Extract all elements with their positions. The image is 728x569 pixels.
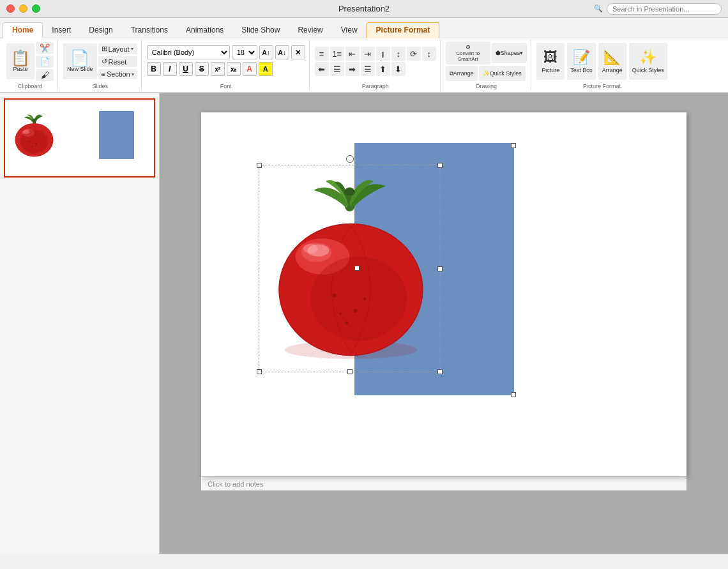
section-dropdown-icon: ▾ (132, 72, 134, 77)
strikethrough-button[interactable]: S (195, 62, 209, 76)
tab-design[interactable]: Design (80, 23, 121, 38)
ribbon-tabs: Home Insert Design Transitions Animation… (0, 18, 728, 38)
ribbon-group-clipboard: 📋 Paste ✂️ 📄 🖌 Clipboard (3, 40, 58, 91)
svg-point-5 (23, 130, 29, 134)
blue-rect-mid-handle[interactable] (354, 266, 360, 271)
blue-rect-bottom-mid-handle[interactable] (511, 392, 516, 397)
handle-top-left[interactable] (257, 163, 262, 168)
tab-review[interactable]: Review (289, 23, 331, 38)
vertical-center-button[interactable]: ⬇ (391, 62, 406, 76)
paste-button[interactable]: 📋 Paste (6, 43, 34, 79)
tab-transitions[interactable]: Transitions (122, 23, 177, 38)
new-slide-button[interactable]: 📄 New Slide (63, 43, 97, 79)
section-button[interactable]: ≡ Section ▾ (98, 69, 137, 79)
shapes-button[interactable]: ⬟ Shapes ▾ (492, 43, 527, 63)
format-painter-button[interactable]: 🖌 (36, 69, 54, 81)
layout-button[interactable]: ⊞ Layout ▾ (98, 43, 137, 54)
rotate-handle[interactable] (346, 155, 354, 163)
tomato-svg (259, 165, 440, 372)
tomato-selection[interactable] (259, 165, 441, 372)
ribbon-toolbar: 📋 Paste ✂️ 📄 🖌 Clipboard 📄 New Slide (0, 38, 728, 93)
new-slide-label: New Slide (67, 66, 93, 72)
quick-styles-button[interactable]: ✨ Quick Styles (479, 66, 526, 81)
increase-font-button[interactable]: A↑ (259, 45, 273, 59)
tab-insert[interactable]: Insert (43, 23, 80, 38)
align-center-button[interactable]: ☰ (330, 62, 344, 76)
reset-icon: ↺ (102, 57, 107, 66)
handle-mid-bottom[interactable] (347, 369, 353, 374)
smart-art-convert-button[interactable]: ⟳ (407, 47, 421, 61)
clear-format-button[interactable]: ✕ (291, 45, 305, 59)
svg-point-19 (354, 309, 358, 313)
arrange-pf-icon: 📐 (603, 49, 621, 66)
styles-icon: ✨ (483, 70, 490, 77)
slide-thumbnail-1[interactable] (4, 98, 155, 178)
paragraph-group-label: Paragraph (362, 82, 389, 89)
tab-home[interactable]: Home (3, 22, 43, 38)
convert-smartart-button[interactable]: ⚙ Convert to SmartArt (446, 42, 490, 64)
blue-rect-top-mid-handle[interactable] (511, 143, 516, 148)
italic-button[interactable]: I (163, 62, 177, 76)
mini-tomato-svg (10, 112, 58, 157)
slide-canvas[interactable] (201, 112, 686, 476)
bold-button[interactable]: B (147, 62, 161, 76)
decrease-indent-button[interactable]: ⇤ (345, 47, 360, 61)
increase-indent-button[interactable]: ⇥ (361, 47, 375, 61)
cut-button[interactable]: ✂️ (36, 42, 54, 54)
subscript-button[interactable]: x₂ (227, 62, 241, 76)
quick-styles-pf-button[interactable]: ✨ Quick Styles (629, 43, 667, 80)
title-bar: Presentation2 🔍 (0, 0, 728, 18)
picture-button[interactable]: 🖼 Picture (536, 43, 565, 80)
arrange-button[interactable]: ⧉ Arrange (446, 66, 478, 81)
line-spacing-button[interactable]: ↕ (422, 47, 436, 61)
underline-button[interactable]: U (179, 62, 193, 76)
align-right-button[interactable]: ➡ (345, 62, 360, 76)
window-title: Presentation2 (338, 4, 390, 13)
tab-view[interactable]: View (332, 23, 367, 38)
columns-button[interactable]: ⫿ (376, 47, 390, 61)
vertical-align-button[interactable]: ⬆ (376, 62, 390, 76)
numbering-button[interactable]: 1≡ (330, 47, 344, 61)
search-input[interactable] (607, 3, 722, 15)
maximize-button[interactable] (32, 4, 40, 13)
font-size-select[interactable]: 18 (232, 45, 257, 59)
tab-picture-format[interactable]: Picture Format (367, 22, 440, 38)
minimize-button[interactable] (19, 4, 27, 13)
font-group-label: Font (220, 82, 232, 89)
tab-slideshow[interactable]: Slide Show (232, 23, 289, 38)
tab-animations[interactable]: Animations (177, 23, 232, 38)
font-format-row: B I U S x² x₂ A A (147, 62, 305, 76)
title-bar-right: 🔍 (594, 3, 722, 15)
decrease-font-button[interactable]: A↓ (275, 45, 289, 59)
drawing-row1: ⚙ Convert to SmartArt ⬟ Shapes ▾ (446, 42, 527, 64)
notes-bar[interactable]: Click to add notes (201, 476, 686, 490)
search-icon: 🔍 (594, 4, 603, 13)
handle-bottom-right[interactable] (437, 369, 443, 374)
smartart-icon: ⚙ (466, 44, 471, 50)
text-highlight-button[interactable]: A (259, 62, 273, 76)
ribbon-group-picture-format: 🖼 Picture 📝 Text Box 📐 Arrange ✨ Quick S… (533, 40, 671, 91)
superscript-button[interactable]: x² (211, 62, 225, 76)
align-left-button[interactable]: ⬅ (315, 62, 329, 76)
justify-button[interactable]: ☰ (361, 62, 375, 76)
notes-placeholder: Click to add notes (208, 480, 263, 488)
reset-button[interactable]: ↺ Reset (98, 56, 137, 67)
svg-point-20 (345, 321, 348, 324)
slide-1-container: 1 (4, 98, 155, 178)
ribbon-group-paragraph: ≡ 1≡ ⇤ ⇥ ⫿ ↕ ⟳ ↕ ⬅ ☰ ➡ ☰ ⬆ ⬇ Paragraph (311, 40, 441, 91)
handle-mid-right[interactable] (437, 266, 443, 271)
text-box-icon: 📝 (573, 49, 590, 66)
font-color-button[interactable]: A (243, 62, 257, 76)
close-button[interactable] (6, 4, 15, 13)
arrange-pf-button[interactable]: 📐 Arrange (598, 43, 626, 80)
text-box-button[interactable]: 📝 Text Box (567, 43, 596, 80)
bullets-button[interactable]: ≡ (315, 47, 329, 61)
handle-bottom-left[interactable] (257, 369, 262, 374)
handle-top-right[interactable] (437, 163, 443, 168)
text-direction-button[interactable]: ↕ (391, 47, 406, 61)
copy-button[interactable]: 📄 (36, 56, 54, 68)
paragraph-row1: ≡ 1≡ ⇤ ⇥ ⫿ ↕ ⟳ ↕ (315, 47, 436, 61)
svg-point-8 (31, 146, 33, 148)
font-family-select[interactable]: Calibri (Body) (147, 45, 230, 59)
shapes-icon: ⬟ (496, 50, 501, 56)
